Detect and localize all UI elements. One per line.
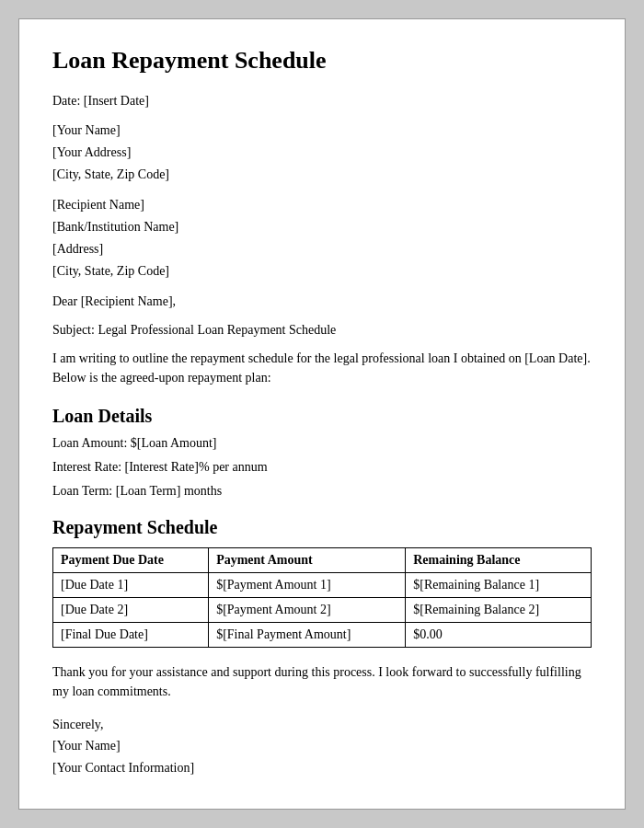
table-cell-0-1: $[Payment Amount 1]: [209, 572, 406, 597]
sign-contact: [Your Contact Information]: [52, 757, 592, 779]
date-line: Date: [Insert Date]: [52, 91, 592, 110]
sender-block: [Your Name] [Your Address] [City, State,…: [52, 120, 592, 185]
recipient-address: [Address]: [52, 238, 592, 260]
table-cell-2-1: $[Final Payment Amount]: [209, 622, 406, 647]
document-container: Loan Repayment Schedule Date: [Insert Da…: [18, 18, 626, 810]
col-header-payment-amount: Payment Amount: [209, 547, 406, 572]
interest-rate: Interest Rate: [Interest Rate]% per annu…: [52, 460, 592, 475]
table-cell-2-2: $0.00: [406, 622, 592, 647]
recipient-institution: [Bank/Institution Name]: [52, 216, 592, 238]
sign-name: [Your Name]: [52, 735, 592, 757]
loan-amount: Loan Amount: $[Loan Amount]: [52, 436, 592, 451]
table-row: [Due Date 1]$[Payment Amount 1]$[Remaini…: [53, 572, 592, 597]
loan-term: Loan Term: [Loan Term] months: [52, 484, 592, 499]
recipient-city-state-zip: [City, State, Zip Code]: [52, 260, 592, 282]
sender-name: [Your Name]: [52, 120, 592, 142]
table-header-row: Payment Due Date Payment Amount Remainin…: [53, 547, 592, 572]
closing-paragraph: Thank you for your assistance and suppor…: [52, 662, 592, 701]
table-cell-0-0: [Due Date 1]: [53, 572, 209, 597]
subject-line: Subject: Legal Professional Loan Repayme…: [52, 320, 592, 339]
table-cell-0-2: $[Remaining Balance 1]: [406, 572, 592, 597]
recipient-name: [Recipient Name]: [52, 194, 592, 216]
repayment-table: Payment Due Date Payment Amount Remainin…: [52, 547, 592, 648]
salutation: Dear [Recipient Name],: [52, 292, 592, 311]
recipient-block: [Recipient Name] [Bank/Institution Name]…: [52, 194, 592, 282]
table-cell-2-0: [Final Due Date]: [53, 622, 209, 647]
col-header-remaining-balance: Remaining Balance: [406, 547, 592, 572]
table-cell-1-2: $[Remaining Balance 2]: [406, 597, 592, 622]
loan-details-heading: Loan Details: [52, 406, 592, 427]
table-row: [Final Due Date]$[Final Payment Amount]$…: [53, 622, 592, 647]
table-cell-1-1: $[Payment Amount 2]: [209, 597, 406, 622]
document-title: Loan Repayment Schedule: [52, 47, 592, 75]
table-cell-1-0: [Due Date 2]: [53, 597, 209, 622]
closing-block: Sincerely, [Your Name] [Your Contact Inf…: [52, 714, 592, 779]
col-header-due-date: Payment Due Date: [53, 547, 209, 572]
sign-off: Sincerely,: [52, 714, 592, 736]
sender-address: [Your Address]: [52, 142, 592, 164]
sender-city-state-zip: [City, State, Zip Code]: [52, 164, 592, 186]
table-row: [Due Date 2]$[Payment Amount 2]$[Remaini…: [53, 597, 592, 622]
body-paragraph: I am writing to outline the repayment sc…: [52, 349, 592, 387]
table-body: [Due Date 1]$[Payment Amount 1]$[Remaini…: [53, 572, 592, 647]
repayment-schedule-heading: Repayment Schedule: [52, 517, 592, 538]
